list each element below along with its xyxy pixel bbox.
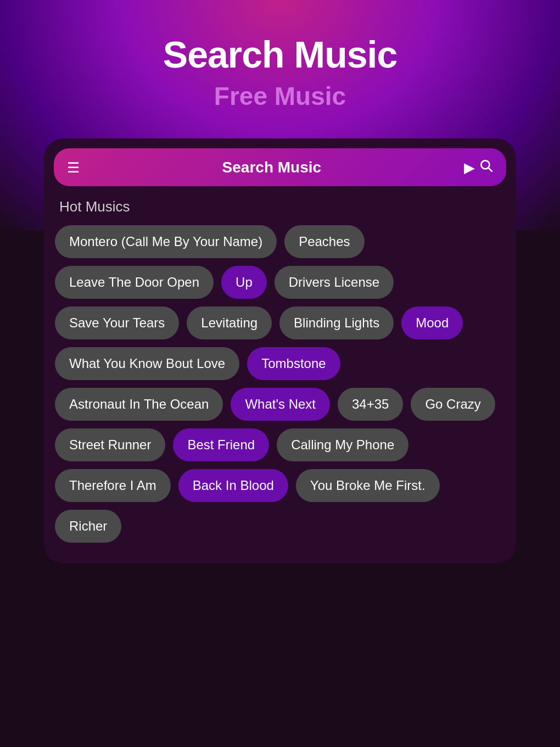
tag-go-crazy[interactable]: Go Crazy: [411, 388, 495, 421]
page-container: Search Music Free Music ☰ Search Music ▶…: [0, 0, 560, 586]
tag-save-your-tears[interactable]: Save Your Tears: [55, 306, 179, 339]
tag-best-friend[interactable]: Best Friend: [173, 428, 269, 461]
tag-levitating[interactable]: Levitating: [187, 306, 272, 339]
page-subtitle: Free Music: [214, 81, 346, 111]
tag-peaches[interactable]: Peaches: [284, 225, 364, 258]
svg-line-1: [489, 168, 492, 171]
hamburger-icon[interactable]: ☰: [67, 160, 80, 175]
section-label-hot-musics: Hot Musics: [44, 186, 516, 221]
tag-street-runner[interactable]: Street Runner: [55, 428, 165, 461]
tag-blinding-lights[interactable]: Blinding Lights: [279, 306, 394, 339]
tag-mood[interactable]: Mood: [401, 306, 463, 339]
tag-up[interactable]: Up: [221, 266, 267, 299]
tag-tombstone[interactable]: Tombstone: [247, 347, 340, 380]
tags-container: Montero (Call Me By Your Name)PeachesLea…: [44, 221, 516, 547]
tag-astronaut-in-the-ocean[interactable]: Astronaut In The Ocean: [55, 388, 223, 421]
search-icon[interactable]: ▶: [464, 158, 493, 176]
tag-you-broke-me-first[interactable]: You Broke Me First.: [296, 469, 440, 502]
search-bar-title: Search Music: [88, 159, 455, 176]
tag-therefore-i-am[interactable]: Therefore I Am: [55, 469, 171, 502]
tag-drivers-license[interactable]: Drivers License: [275, 266, 394, 299]
main-card: ☰ Search Music ▶ Hot Musics Montero (Cal…: [44, 138, 516, 564]
tag-34-35[interactable]: 34+35: [338, 388, 403, 421]
tag-what-you-know-bout-love[interactable]: What You Know Bout Love: [55, 347, 239, 380]
tag-richer[interactable]: Richer: [55, 510, 121, 543]
page-title: Search Music: [163, 33, 397, 76]
search-bar[interactable]: ☰ Search Music ▶: [54, 148, 506, 186]
tag-back-in-blood[interactable]: Back In Blood: [178, 469, 288, 502]
tag-calling-my-phone[interactable]: Calling My Phone: [277, 428, 408, 461]
tag-whats-next[interactable]: What's Next: [231, 388, 330, 421]
tag-montero[interactable]: Montero (Call Me By Your Name): [55, 225, 277, 258]
tag-leave-the-door-open[interactable]: Leave The Door Open: [55, 266, 214, 299]
